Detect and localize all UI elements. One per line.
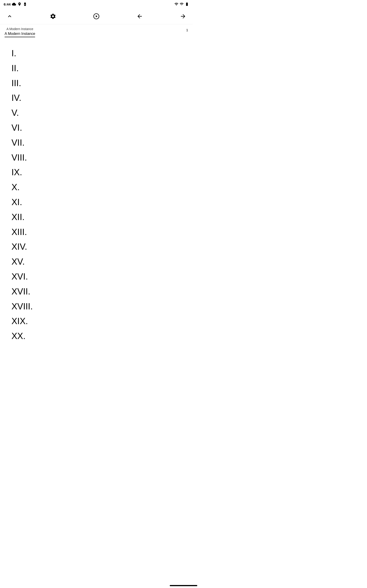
toc-item[interactable]: XVII. [11,285,181,299]
toc-item[interactable]: III. [11,76,181,90]
toc-item[interactable]: II. [11,61,181,75]
cloud-icon [12,2,16,6]
svg-marker-1 [96,15,98,17]
status-bar: 6:44 [0,0,193,8]
up-arrow-icon [6,13,13,19]
toc-item[interactable]: XIV. [11,240,181,254]
toc-list: I.II.III.IV.V.VI.VII.VIII.IX.X.XI.XII.XI… [11,46,181,343]
play-icon [93,13,100,19]
toc-item[interactable]: I. [11,46,181,61]
status-time: 6:44 [4,2,10,6]
toc-item[interactable]: VI. [11,121,181,135]
toc-item[interactable]: XII. [11,210,181,224]
toc-item[interactable]: X. [11,180,181,194]
toc-item[interactable]: XI. [11,195,181,209]
status-bar-left: 6:44 [4,2,27,6]
toc-item[interactable]: IX. [11,165,181,179]
signal-icon [180,2,184,6]
battery-charging-icon [23,2,27,6]
header-title-main: A Modern Instance [5,32,35,37]
toc-item[interactable]: XIII. [11,225,181,239]
header-title-block: A Modern Instance A Modern Instance [5,27,35,37]
back-button[interactable] [135,11,145,21]
back-arrow-icon [136,13,143,19]
toc-item[interactable]: IV. [11,91,181,105]
wifi-icon [174,2,178,6]
settings-button[interactable] [48,11,58,21]
header-title-small: A Modern Instance [6,27,33,31]
play-button[interactable] [91,11,101,21]
location-icon [17,2,22,6]
toolbar [0,8,193,24]
up-arrow-button[interactable] [5,11,15,21]
toc-content: I.II.III.IV.V.VI.VII.VIII.IX.X.XI.XII.XI… [0,37,193,353]
toc-item[interactable]: XIX. [11,314,181,328]
forward-arrow-icon [180,13,186,19]
battery-icon [185,2,189,6]
status-bar-right [174,2,189,6]
toc-item[interactable]: XVIII. [11,300,181,313]
toc-item[interactable]: XVI. [11,270,181,284]
page-number: 1 [186,27,188,32]
toc-item[interactable]: VIII. [11,151,181,165]
toc-item[interactable]: XV. [11,255,181,269]
toc-item[interactable]: V. [11,106,181,120]
gear-icon [50,13,56,19]
book-header: A Modern Instance A Modern Instance 1 [0,24,193,37]
toc-item[interactable]: VII. [11,136,181,150]
forward-button[interactable] [178,11,188,21]
toc-item[interactable]: XX. [11,329,181,343]
